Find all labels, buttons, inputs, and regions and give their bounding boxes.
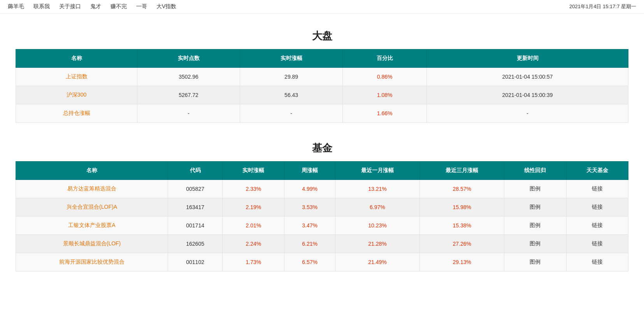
market-cell-1-3: 1.08% — [343, 86, 427, 104]
fund-cell-2-6[interactable]: 图例 — [504, 217, 566, 235]
fund-header-线性回归: 线性回归 — [504, 162, 566, 180]
fund-cell-2-1: 001714 — [168, 217, 223, 235]
fund-cell-0-1: 005827 — [168, 180, 223, 198]
fund-header-周涨幅: 周涨幅 — [284, 162, 335, 180]
market-header-百分比: 百分比 — [343, 49, 427, 68]
market-cell-1-4: 2021-01-04 15:00:39 — [427, 86, 628, 104]
fund-cell-3-0[interactable]: 景顺长城鼎益混合(LOF) — [16, 235, 168, 253]
market-cell-0-0[interactable]: 上证指数 — [16, 68, 137, 86]
nav-link-薅羊毛[interactable]: 薅羊毛 — [8, 3, 24, 10]
market-cell-2-2: - — [240, 104, 343, 123]
fund-cell-4-0[interactable]: 前海开源国家比较优势混合 — [16, 253, 168, 271]
fund-header-天天基金: 天天基金 — [566, 162, 628, 180]
fund-cell-3-3: 6.21% — [284, 235, 335, 253]
fund-cell-4-7[interactable]: 链接 — [566, 253, 628, 271]
fund-header-名称: 名称 — [16, 162, 168, 180]
market-table: 名称实时点数实时涨幅百分比更新时间 上证指数3502.9629.890.86%2… — [16, 49, 628, 123]
fund-cell-1-1: 163417 — [168, 198, 223, 217]
fund-cell-0-6[interactable]: 图例 — [504, 180, 566, 198]
nav-links: 薅羊毛联系我关于接口鬼才赚不完一哥大V指数 — [8, 3, 176, 10]
market-cell-2-1: - — [137, 104, 240, 123]
market-cell-1-2: 56.43 — [240, 86, 343, 104]
market-cell-0-1: 3502.96 — [137, 68, 240, 86]
fund-title: 基金 — [16, 141, 628, 155]
fund-cell-0-2: 2.33% — [223, 180, 284, 198]
fund-header-最近一月涨幅: 最近一月涨幅 — [335, 162, 419, 180]
fund-cell-0-3: 4.99% — [284, 180, 335, 198]
fund-cell-2-0[interactable]: 工银文体产业股票A — [16, 217, 168, 235]
market-header-名称: 名称 — [16, 49, 137, 68]
fund-cell-1-7[interactable]: 链接 — [566, 198, 628, 217]
fund-row-4: 前海开源国家比较优势混合0011021.73%6.57%21.49%29.13%… — [16, 253, 628, 271]
top-navigation: 薅羊毛联系我关于接口鬼才赚不完一哥大V指数 2021年1月4日 15:17:7 … — [0, 0, 644, 14]
fund-header-实时涨幅: 实时涨幅 — [223, 162, 284, 180]
fund-cell-2-5: 15.38% — [420, 217, 504, 235]
fund-cell-0-0[interactable]: 易方达蓝筹精选混合 — [16, 180, 168, 198]
market-cell-1-0[interactable]: 沪深300 — [16, 86, 137, 104]
fund-cell-3-1: 162605 — [168, 235, 223, 253]
main-content: 大盘 名称实时点数实时涨幅百分比更新时间 上证指数3502.9629.890.8… — [0, 14, 644, 282]
fund-cell-0-7[interactable]: 链接 — [566, 180, 628, 198]
market-row-1: 沪深3005267.7256.431.08%2021-01-04 15:00:3… — [16, 86, 628, 104]
market-header-实时点数: 实时点数 — [137, 49, 240, 68]
nav-link-大V指数[interactable]: 大V指数 — [156, 3, 176, 10]
fund-cell-1-3: 3.53% — [284, 198, 335, 217]
fund-cell-4-6[interactable]: 图例 — [504, 253, 566, 271]
market-cell-2-3: 1.66% — [343, 104, 427, 123]
fund-cell-3-4: 21.28% — [335, 235, 419, 253]
market-header-更新时间: 更新时间 — [427, 49, 628, 68]
fund-row-3: 景顺长城鼎益混合(LOF)1626052.24%6.21%21.28%27.26… — [16, 235, 628, 253]
fund-row-2: 工银文体产业股票A0017142.01%3.47%10.23%15.38%图例链… — [16, 217, 628, 235]
market-row-0: 上证指数3502.9629.890.86%2021-01-04 15:00:57 — [16, 68, 628, 86]
fund-cell-1-2: 2.19% — [223, 198, 284, 217]
fund-cell-0-4: 13.21% — [335, 180, 419, 198]
fund-cell-3-7[interactable]: 链接 — [566, 235, 628, 253]
fund-header-最近三月涨幅: 最近三月涨幅 — [420, 162, 504, 180]
market-cell-0-4: 2021-01-04 15:00:57 — [427, 68, 628, 86]
fund-cell-2-3: 3.47% — [284, 217, 335, 235]
nav-link-关于接口[interactable]: 关于接口 — [59, 3, 81, 10]
nav-datetime: 2021年1月4日 15:17:7 星期一 — [569, 3, 636, 10]
fund-cell-4-3: 6.57% — [284, 253, 335, 271]
fund-cell-4-4: 21.49% — [335, 253, 419, 271]
market-row-2: 总持仓涨幅--1.66%- — [16, 104, 628, 123]
market-cell-2-0[interactable]: 总持仓涨幅 — [16, 104, 137, 123]
fund-cell-2-7[interactable]: 链接 — [566, 217, 628, 235]
market-cell-0-3: 0.86% — [343, 68, 427, 86]
fund-header-代码: 代码 — [168, 162, 223, 180]
fund-cell-3-5: 27.26% — [420, 235, 504, 253]
fund-cell-2-4: 10.23% — [335, 217, 419, 235]
nav-link-赚不完[interactable]: 赚不完 — [111, 3, 127, 10]
fund-cell-4-1: 001102 — [168, 253, 223, 271]
fund-row-1: 兴全合宜混合(LOF)A1634172.19%3.53%6.97%15.98%图… — [16, 198, 628, 217]
fund-cell-4-5: 29.13% — [420, 253, 504, 271]
fund-row-0: 易方达蓝筹精选混合0058272.33%4.99%13.21%28.57%图例链… — [16, 180, 628, 198]
fund-cell-3-6[interactable]: 图例 — [504, 235, 566, 253]
fund-table: 名称代码实时涨幅周涨幅最近一月涨幅最近三月涨幅线性回归天天基金 易方达蓝筹精选混… — [16, 161, 628, 271]
fund-cell-1-4: 6.97% — [335, 198, 419, 217]
market-title: 大盘 — [16, 29, 628, 43]
market-cell-2-4: - — [427, 104, 628, 123]
fund-cell-1-0[interactable]: 兴全合宜混合(LOF)A — [16, 198, 168, 217]
market-cell-1-1: 5267.72 — [137, 86, 240, 104]
fund-table-header-row: 名称代码实时涨幅周涨幅最近一月涨幅最近三月涨幅线性回归天天基金 — [16, 162, 628, 180]
fund-cell-1-5: 15.98% — [420, 198, 504, 217]
fund-cell-2-2: 2.01% — [223, 217, 284, 235]
fund-cell-4-2: 1.73% — [223, 253, 284, 271]
market-table-header-row: 名称实时点数实时涨幅百分比更新时间 — [16, 49, 628, 68]
fund-cell-0-5: 28.57% — [420, 180, 504, 198]
fund-cell-3-2: 2.24% — [223, 235, 284, 253]
fund-cell-1-6[interactable]: 图例 — [504, 198, 566, 217]
nav-link-鬼才[interactable]: 鬼才 — [90, 3, 101, 10]
market-cell-0-2: 29.89 — [240, 68, 343, 86]
market-header-实时涨幅: 实时涨幅 — [240, 49, 343, 68]
nav-link-联系我[interactable]: 联系我 — [33, 3, 50, 10]
nav-link-一哥[interactable]: 一哥 — [136, 3, 147, 10]
